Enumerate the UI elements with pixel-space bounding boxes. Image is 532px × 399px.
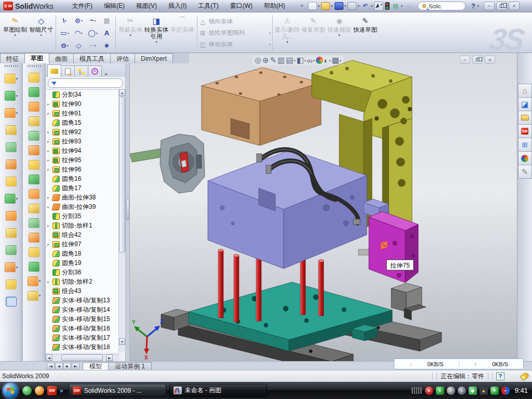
selection-box-tool[interactable]: ▦ — [100, 15, 114, 27]
expand-arrow-icon[interactable]: ▸ — [47, 149, 52, 153]
combine-icon[interactable] — [6, 211, 17, 221]
cmd-线性草图阵列[interactable]: ⊞线性草图阵列▾ — [199, 28, 271, 38]
spline-tool-caret[interactable]: ▾ — [94, 19, 96, 22]
view-orientation-caret[interactable]: ▾ — [294, 59, 296, 62]
expand-arrow-icon[interactable]: ▸ — [47, 130, 52, 135]
tree-item-切除-放样1[interactable]: ▸切除-放样1 — [46, 221, 119, 230]
misc-toolbar-icon[interactable]: ∴ — [404, 2, 413, 10]
propertymanager-tab[interactable] — [61, 65, 75, 77]
open-file-button[interactable] — [321, 2, 330, 10]
pin-icon[interactable]: ⌖ — [298, 2, 307, 10]
tree-item-实体-移动/复制15[interactable]: 实体-移动/复制15 — [46, 314, 119, 324]
scroll-up-arrow[interactable]: ▲ — [119, 89, 125, 96]
tab-DimXpert[interactable]: DimXpert — [135, 54, 173, 63]
menu-item-插入(I)[interactable]: 插入(I) — [163, 1, 192, 11]
volume-tray-icon[interactable]: ♪ — [458, 387, 466, 395]
extruded-boss-icon[interactable] — [5, 74, 16, 84]
search-input[interactable]: Solic — [429, 3, 441, 9]
expand-arrow-icon[interactable]: ▸ — [47, 223, 52, 228]
restore-button[interactable] — [496, 2, 507, 10]
tab-曲面[interactable]: 曲面 — [49, 54, 74, 63]
tree-item-拉伸93[interactable]: ▸拉伸93 — [46, 137, 119, 146]
sketch-fillet-tool[interactable]: ⌐▾ — [86, 39, 100, 52]
view-orientation-button[interactable]: ▤▾ — [286, 56, 295, 65]
linear-pattern-caret[interactable]: ▾ — [16, 197, 18, 201]
menu-item-窗口(W)[interactable]: 窗口(W) — [225, 1, 258, 11]
cmd-caret[interactable]: ▾ — [40, 33, 42, 38]
cmd-修复草图[interactable]: 修复草图 — [300, 14, 326, 52]
cmd-镜向实体[interactable]: △镜向实体 — [199, 17, 271, 27]
cmd-显示/删除几...[interactable]: 显示/删除几...▾ — [274, 14, 300, 52]
sync-tray-icon[interactable]: ◆ — [469, 387, 477, 395]
scroll-left-arrow[interactable]: ◀ — [46, 354, 52, 361]
antivirus-tray-icon[interactable]: × — [425, 387, 433, 395]
scroll-down-arrow[interactable]: ▼ — [119, 338, 125, 345]
menu-item-视图(V)[interactable]: 视图(V) — [131, 1, 162, 11]
rectangle-tool-caret[interactable]: ▾ — [68, 31, 69, 35]
cmd-草图绘制[interactable]: 草图绘制▾ — [2, 14, 28, 52]
cmd-智能尺寸[interactable]: 智能尺寸▾ — [28, 14, 54, 52]
tree-item-拉伸96[interactable]: ▸拉伸96 — [46, 165, 119, 174]
tree-item-分割34[interactable]: 分割34 — [46, 90, 119, 99]
solidworks-search-tab[interactable]: SW — [518, 124, 532, 138]
cmd-caret[interactable]: ▾ — [286, 40, 288, 45]
update-check-tray-icon[interactable]: ✓ — [447, 387, 455, 395]
point-tool[interactable]: ∗ — [100, 39, 114, 52]
extruded-cut-caret[interactable]: ▾ — [16, 94, 18, 98]
zoom-to-fit-button[interactable]: ◎ — [255, 56, 261, 65]
cmd-caret[interactable]: ▾ — [338, 33, 340, 38]
expand-arrow-icon[interactable]: ▸ — [47, 280, 52, 284]
extruded-cut-icon[interactable] — [5, 91, 16, 101]
extend-surface-icon[interactable] — [29, 218, 39, 228]
trim-surface-icon[interactable] — [29, 102, 39, 112]
options-button[interactable]: ▤ — [391, 2, 400, 10]
tab-草图[interactable]: 草图 — [24, 53, 49, 63]
start-button[interactable] — [3, 383, 18, 398]
offset-surface-icon[interactable] — [29, 175, 39, 184]
ellipse-tool[interactable]: ◯▾ — [86, 27, 100, 39]
tab-模具工具[interactable]: 模具工具 — [73, 54, 111, 63]
taskbar-clock[interactable]: 9:41 — [515, 387, 528, 394]
doc-restore-button[interactable] — [472, 56, 483, 64]
lofted-boss-icon[interactable] — [6, 142, 17, 152]
new-file-button[interactable] — [308, 2, 317, 10]
save-button[interactable] — [335, 2, 343, 10]
swept-surface-icon[interactable] — [29, 73, 39, 83]
tree-item-圆角17[interactable]: 圆角17 — [46, 183, 119, 193]
tree-item-实体-移动/复制14[interactable]: 实体-移动/复制14 — [46, 305, 119, 314]
warning-tray-icon[interactable]: ▲ — [480, 387, 488, 395]
file-explorer-tab[interactable] — [518, 111, 532, 125]
section-view-button[interactable]: ▥ — [277, 56, 285, 65]
blocked-tray-icon[interactable]: − — [501, 387, 510, 395]
spiral-curve-caret[interactable]: ▾ — [39, 294, 41, 298]
display-style-caret[interactable]: ▾ — [304, 59, 306, 62]
chamfer-icon[interactable] — [6, 159, 17, 169]
view-settings-caret[interactable]: ▾ — [340, 59, 341, 62]
cmd-等距实体[interactable]: 等距实体 — [169, 14, 195, 52]
cmd-剪裁实体[interactable]: 剪裁实体▾ — [117, 14, 143, 52]
solidworks-quicklaunch-icon[interactable]: SW — [47, 386, 57, 395]
tree-item-实体-移动/复制17[interactable]: 实体-移动/复制17 — [46, 333, 119, 342]
undo-button[interactable]: ↶ — [361, 2, 370, 10]
toolbar-drag-handle[interactable] — [5, 65, 18, 67]
dimxpertmanager-tab[interactable] — [88, 65, 102, 77]
sketch-fillet-tool-caret[interactable]: ▾ — [94, 44, 96, 47]
magnified-selection-button[interactable]: ✎ — [270, 56, 277, 65]
edit-appearance-button[interactable] — [316, 57, 323, 64]
lofted-surface-icon[interactable] — [29, 116, 39, 126]
cmd-移动实体[interactable]: ◫移动实体▾ — [199, 39, 271, 50]
spiral-curve-icon[interactable] — [28, 291, 38, 301]
help-button[interactable]: ? — [471, 3, 475, 10]
menu-item-编辑(E)[interactable]: 编辑(E) — [99, 1, 130, 11]
tab-运动算例 1[interactable]: 运动算例 1 — [108, 362, 152, 370]
circle-tool[interactable]: ⊙▾ — [72, 15, 86, 27]
tree-item-拉伸94[interactable]: ▸拉伸94 — [46, 146, 119, 155]
tree-item-实体-移动/复制16[interactable]: 实体-移动/复制16 — [46, 324, 119, 333]
new-file-caret[interactable]: ▾ — [318, 4, 320, 8]
tree-vertical-scrollbar[interactable]: ▲ ▼ — [118, 89, 125, 352]
slot-tool[interactable]: ⊖▾ — [58, 39, 72, 52]
tree-item-拉伸92[interactable]: ▸拉伸92 — [46, 127, 119, 137]
tree-item-圆角18[interactable]: 圆角18 — [46, 249, 119, 258]
rib-icon[interactable] — [5, 262, 16, 272]
tree-item-拉伸95[interactable]: ▸拉伸95 — [46, 155, 119, 165]
